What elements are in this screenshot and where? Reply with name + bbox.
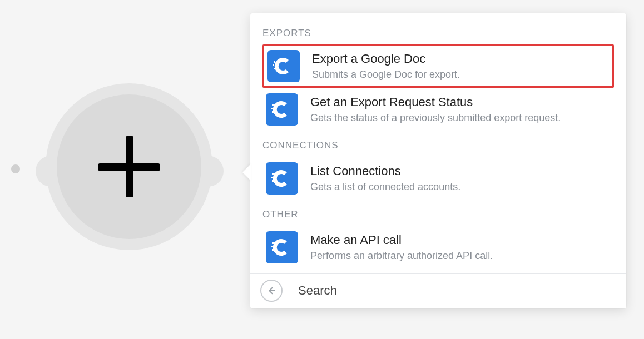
app-letter-c-icon xyxy=(272,54,295,78)
svg-rect-7 xyxy=(272,104,274,106)
action-list-connections[interactable]: List Connections Gets a list of connecte… xyxy=(262,157,614,200)
svg-rect-14 xyxy=(272,173,274,175)
svg-rect-5 xyxy=(274,68,275,69)
add-module-node-inner xyxy=(57,94,201,239)
app-icon xyxy=(266,162,298,195)
svg-rect-15 xyxy=(274,173,276,175)
svg-rect-25 xyxy=(275,246,277,247)
add-module-node[interactable] xyxy=(46,83,212,250)
plus-icon xyxy=(98,136,160,197)
svg-rect-24 xyxy=(273,246,275,247)
back-button[interactable] xyxy=(260,280,283,302)
module-picker-body: EXPORTS Export a Goog xyxy=(250,13,626,273)
svg-rect-16 xyxy=(271,177,273,178)
svg-rect-2 xyxy=(273,64,274,66)
app-icon xyxy=(266,231,298,263)
svg-rect-17 xyxy=(273,177,275,178)
svg-rect-23 xyxy=(271,246,273,247)
svg-rect-9 xyxy=(271,108,273,109)
action-desc: Submits a Google Doc for export. xyxy=(312,68,460,81)
app-icon xyxy=(267,50,300,82)
section-label-exports: EXPORTS xyxy=(262,28,614,39)
action-title: List Connections xyxy=(310,163,460,179)
svg-rect-10 xyxy=(273,108,275,109)
svg-rect-20 xyxy=(274,180,276,182)
action-export-google-doc[interactable]: Export a Google Doc Submits a Google Doc… xyxy=(262,44,614,88)
svg-rect-12 xyxy=(272,111,274,113)
action-title: Get an Export Request Status xyxy=(310,94,561,110)
action-get-export-status[interactable]: Get an Export Request Status Gets the st… xyxy=(262,88,614,131)
svg-rect-27 xyxy=(274,249,276,251)
section-label-connections: CONNECTIONS xyxy=(262,140,614,151)
svg-rect-21 xyxy=(272,242,274,244)
arrow-left-icon xyxy=(266,286,276,296)
svg-rect-0 xyxy=(274,61,275,63)
module-picker-popover: EXPORTS Export a Goog xyxy=(250,13,626,308)
svg-rect-4 xyxy=(277,64,279,66)
app-letter-c-icon xyxy=(270,236,294,259)
section-label-other: OTHER xyxy=(262,209,614,220)
action-title: Make an API call xyxy=(310,232,493,248)
svg-rect-3 xyxy=(275,64,276,66)
action-desc: Gets the status of a previously submitte… xyxy=(310,111,561,124)
popover-pointer xyxy=(242,163,251,181)
svg-rect-22 xyxy=(274,242,276,244)
svg-rect-1 xyxy=(276,61,278,63)
canvas-node-area xyxy=(0,0,256,339)
app-letter-c-icon xyxy=(270,167,294,190)
app-icon xyxy=(266,93,298,126)
search-input[interactable] xyxy=(298,283,616,298)
app-letter-c-icon xyxy=(270,98,294,121)
svg-rect-26 xyxy=(272,249,274,251)
svg-rect-18 xyxy=(275,177,277,178)
action-make-api-call[interactable]: Make an API call Performs an arbitrary a… xyxy=(262,226,614,269)
action-title: Export a Google Doc xyxy=(312,51,460,67)
action-desc: Performs an arbitrary authorized API cal… xyxy=(310,249,493,262)
module-picker-footer xyxy=(250,273,626,308)
svg-rect-6 xyxy=(276,68,278,69)
svg-rect-11 xyxy=(275,108,277,109)
svg-rect-8 xyxy=(274,104,276,106)
connector-dot xyxy=(11,164,20,173)
svg-rect-19 xyxy=(272,180,274,182)
svg-rect-13 xyxy=(274,111,276,113)
action-desc: Gets a list of connected accounts. xyxy=(310,180,460,193)
